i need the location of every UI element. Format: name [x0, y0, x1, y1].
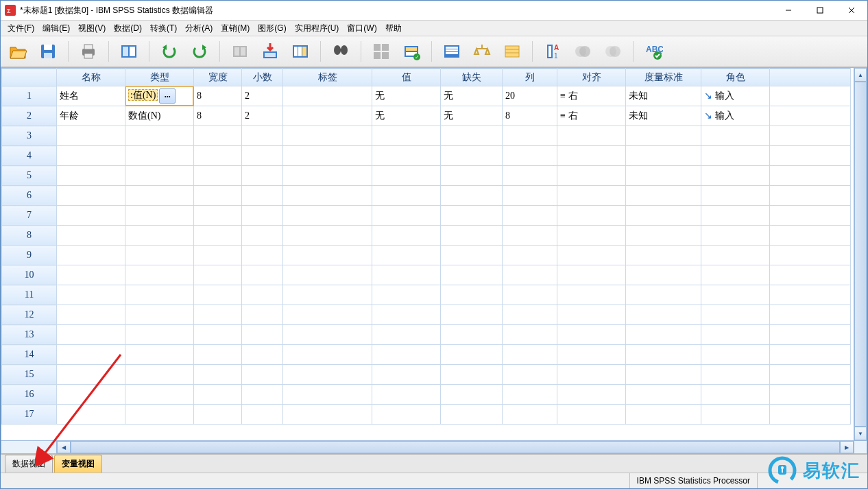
- empty-cell[interactable]: [770, 126, 851, 146]
- empty-cell[interactable]: [626, 226, 701, 246]
- cell-cols[interactable]: 20: [503, 86, 557, 106]
- header-cols[interactable]: 列: [503, 69, 557, 86]
- empty-cell[interactable]: [441, 226, 503, 246]
- empty-cell[interactable]: [125, 285, 194, 305]
- empty-cell[interactable]: [283, 226, 372, 246]
- empty-cell[interactable]: [372, 345, 441, 365]
- empty-cell[interactable]: [557, 186, 626, 206]
- empty-cell[interactable]: [441, 405, 503, 425]
- empty-cell[interactable]: [503, 126, 557, 146]
- empty-cell[interactable]: [770, 285, 851, 305]
- scroll-up-button[interactable]: ▲: [854, 68, 867, 82]
- row-header[interactable]: 10: [2, 265, 57, 285]
- cell-label[interactable]: [283, 106, 372, 126]
- empty-cell[interactable]: [125, 186, 194, 206]
- tool-insert-variable-icon[interactable]: A1: [541, 40, 564, 63]
- empty-cell[interactable]: [372, 325, 441, 345]
- empty-cell[interactable]: [626, 325, 701, 345]
- close-button[interactable]: [836, 1, 867, 20]
- empty-cell[interactable]: [557, 265, 626, 285]
- empty-cell[interactable]: [372, 285, 441, 305]
- empty-cell[interactable]: [57, 226, 125, 246]
- cell-dec[interactable]: 2: [242, 86, 283, 106]
- header-align[interactable]: 对齐: [557, 69, 626, 86]
- empty-cell[interactable]: [242, 186, 283, 206]
- empty-cell[interactable]: [503, 246, 557, 265]
- empty-cell[interactable]: [770, 226, 851, 246]
- empty-cell[interactable]: [701, 285, 770, 305]
- empty-cell[interactable]: [503, 365, 557, 385]
- empty-cell[interactable]: [626, 385, 701, 405]
- empty-cell[interactable]: [557, 345, 626, 365]
- empty-cell[interactable]: [283, 146, 372, 166]
- empty-cell[interactable]: [283, 305, 372, 325]
- empty-cell[interactable]: [242, 325, 283, 345]
- empty-cell[interactable]: [194, 246, 242, 265]
- empty-cell[interactable]: [242, 166, 283, 186]
- empty-cell[interactable]: [557, 285, 626, 305]
- empty-cell[interactable]: [242, 385, 283, 405]
- empty-cell[interactable]: [125, 166, 194, 186]
- empty-cell[interactable]: [441, 265, 503, 285]
- empty-cell[interactable]: [125, 345, 194, 365]
- cell-label[interactable]: [283, 86, 372, 106]
- empty-cell[interactable]: [372, 365, 441, 385]
- row-header[interactable]: 11: [2, 285, 57, 305]
- empty-cell[interactable]: [283, 246, 372, 265]
- horizontal-scrollbar[interactable]: ◀ ▶: [57, 441, 854, 453]
- empty-cell[interactable]: [701, 305, 770, 325]
- tool-print-icon[interactable]: [77, 40, 100, 63]
- empty-cell[interactable]: [626, 246, 701, 265]
- empty-cell[interactable]: [57, 345, 125, 365]
- empty-cell[interactable]: [770, 385, 851, 405]
- empty-cell[interactable]: [57, 285, 125, 305]
- empty-cell[interactable]: [441, 206, 503, 226]
- empty-cell[interactable]: [125, 405, 194, 425]
- empty-cell[interactable]: [57, 126, 125, 146]
- empty-cell[interactable]: [557, 325, 626, 345]
- empty-cell[interactable]: [372, 265, 441, 285]
- empty-cell[interactable]: [701, 186, 770, 206]
- empty-cell[interactable]: [441, 285, 503, 305]
- menu-help[interactable]: 帮助: [381, 21, 406, 36]
- header-label[interactable]: 标签: [283, 69, 372, 86]
- empty-cell[interactable]: [194, 305, 242, 325]
- empty-cell[interactable]: [242, 126, 283, 146]
- menu-analyze[interactable]: 分析(A): [181, 21, 217, 36]
- variable-grid[interactable]: 名称 类型 宽度 小数 标签 值 缺失 列 对齐 度量标准 角色: [1, 68, 854, 440]
- empty-cell[interactable]: [283, 126, 372, 146]
- header-missing[interactable]: 缺失: [441, 69, 503, 86]
- tool-spellcheck-icon[interactable]: ABÇ: [642, 40, 665, 63]
- menu-graphs[interactable]: 图形(G): [254, 21, 290, 36]
- cell-missing[interactable]: 无: [441, 106, 503, 126]
- tool-weight-icon[interactable]: [470, 40, 494, 63]
- empty-cell[interactable]: [194, 226, 242, 246]
- row-header[interactable]: 3: [2, 126, 57, 146]
- empty-cell[interactable]: [770, 365, 851, 385]
- empty-cell[interactable]: [557, 226, 626, 246]
- empty-cell[interactable]: [125, 385, 194, 405]
- row-header[interactable]: 12: [2, 305, 57, 325]
- cell-cols[interactable]: 8: [503, 106, 557, 126]
- empty-cell[interactable]: [626, 345, 701, 365]
- empty-cell[interactable]: [242, 345, 283, 365]
- empty-cell[interactable]: [701, 246, 770, 265]
- empty-cell[interactable]: [701, 126, 770, 146]
- row-header[interactable]: 17: [2, 405, 57, 425]
- empty-cell[interactable]: [441, 305, 503, 325]
- empty-cell[interactable]: [503, 345, 557, 365]
- empty-cell[interactable]: [701, 325, 770, 345]
- empty-cell[interactable]: [770, 405, 851, 425]
- empty-cell[interactable]: [441, 166, 503, 186]
- empty-cell[interactable]: [283, 405, 372, 425]
- empty-cell[interactable]: [57, 146, 125, 166]
- empty-cell[interactable]: [194, 265, 242, 285]
- menu-view[interactable]: 视图(V): [74, 21, 110, 36]
- empty-cell[interactable]: [441, 325, 503, 345]
- hscroll-thumb[interactable]: [71, 441, 840, 453]
- empty-cell[interactable]: [194, 365, 242, 385]
- menu-file[interactable]: 文件(F): [3, 21, 38, 36]
- cell-align[interactable]: ≡右: [557, 106, 626, 126]
- scroll-right-button[interactable]: ▶: [840, 441, 854, 453]
- empty-cell[interactable]: [441, 345, 503, 365]
